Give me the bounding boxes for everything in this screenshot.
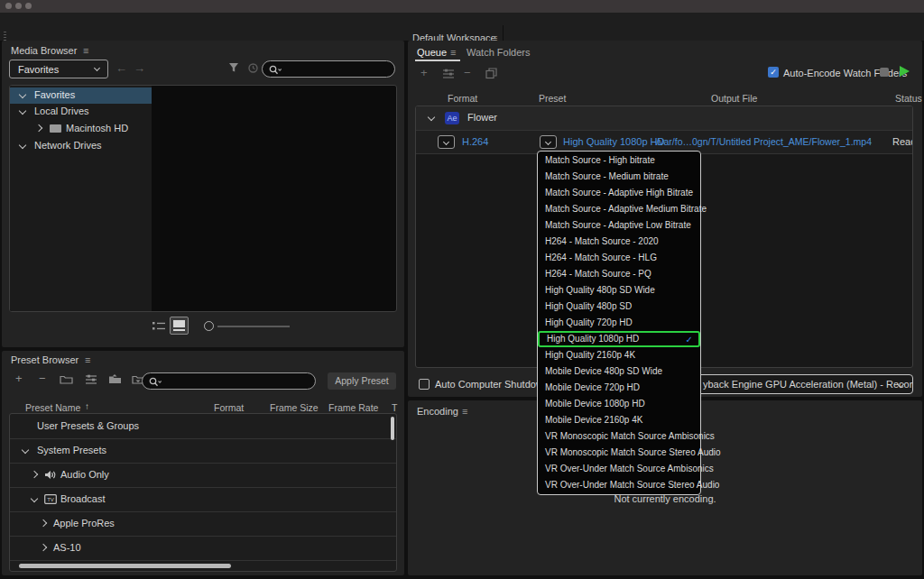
- chevron-right-icon[interactable]: [35, 124, 42, 132]
- horizontal-scrollbar[interactable]: [19, 564, 231, 568]
- start-queue-icon[interactable]: [900, 66, 910, 77]
- menu-item[interactable]: Match Source - Adaptive Medium Bitrate: [538, 201, 700, 217]
- vertical-scrollbar[interactable]: [391, 417, 394, 440]
- chevron-down-icon[interactable]: [31, 495, 38, 502]
- tree-item-local-drives[interactable]: Local Drives: [10, 104, 152, 120]
- menu-item[interactable]: H264 - Match Source - PQ: [538, 266, 700, 282]
- menu-item[interactable]: High Quality 480p SD: [538, 299, 700, 315]
- back-arrow-icon[interactable]: ←: [116, 61, 127, 75]
- import-preset-icon[interactable]: [108, 374, 122, 384]
- tree-item-label: Favorites: [34, 89, 75, 100]
- preset-link[interactable]: High Quality 1080p HD: [563, 136, 665, 147]
- menu-item-selected[interactable]: High Quality 1080p HD ✓: [538, 331, 700, 347]
- chevron-down-icon[interactable]: [19, 142, 26, 149]
- preset-settings-icon[interactable]: [85, 374, 97, 384]
- menu-item[interactable]: High Quality 720p HD: [538, 315, 700, 331]
- chevron-down-icon[interactable]: [19, 91, 26, 98]
- format-dropdown-button[interactable]: [438, 135, 455, 149]
- media-source-select[interactable]: Favorites: [9, 60, 108, 78]
- add-output-icon[interactable]: [442, 69, 455, 78]
- menu-item[interactable]: Match Source - Adaptive High Bitrate: [538, 185, 700, 201]
- media-encoder-window: Default Workspace ≡ Media Browser ≡ Favo…: [0, 0, 924, 579]
- filter-funnel-icon[interactable]: [228, 62, 239, 73]
- remove-source-icon[interactable]: −: [464, 66, 471, 79]
- menu-item[interactable]: High Quality 480p SD Wide: [538, 282, 700, 299]
- preset-dropdown-button[interactable]: [540, 135, 557, 149]
- sort-ascending-icon[interactable]: ↑: [85, 401, 89, 411]
- check-icon: ✓: [770, 68, 777, 77]
- menu-item[interactable]: VR Over-Under Match Source Ambisonics: [538, 461, 700, 477]
- tree-item-label: Network Drives: [34, 140, 102, 151]
- playback-engine-value: yback Engine GPU Acceleration (Metal) - …: [703, 379, 913, 390]
- auto-shutdown-checkbox[interactable]: [419, 379, 430, 390]
- preset-row-audio-only[interactable]: Audio Only: [10, 463, 397, 487]
- menu-item[interactable]: Mobile Device 1080p HD: [538, 396, 700, 412]
- media-browser-well: Favorites Local Drives Macintosh HD Netw…: [9, 85, 397, 312]
- queue-panel-menu-icon[interactable]: ≡: [450, 47, 456, 58]
- preset-search-input[interactable]: [142, 372, 316, 390]
- menu-item[interactable]: High Quality 2160p 4K: [538, 347, 700, 363]
- column-preset-name[interactable]: Preset Name: [25, 402, 80, 413]
- column-frame-size[interactable]: Frame Size: [270, 402, 319, 413]
- media-browser-panel-menu-icon[interactable]: ≡: [83, 45, 88, 56]
- preset-row-system-presets[interactable]: System Presets: [10, 438, 397, 463]
- preset-row-user-presets[interactable]: User Presets & Groups: [10, 414, 397, 438]
- queue-source-row[interactable]: Ae Flower: [416, 106, 913, 130]
- menu-item[interactable]: H264 - Match Source - HLG: [538, 250, 700, 266]
- preset-browser-panel-menu-icon[interactable]: ≡: [85, 354, 90, 365]
- tab-watch-folders[interactable]: Watch Folders: [467, 47, 531, 58]
- column-format[interactable]: Format: [214, 402, 244, 413]
- minimize-window-icon[interactable]: [15, 3, 22, 9]
- chevron-down-icon[interactable]: [22, 446, 29, 454]
- tree-item-macintosh-hd[interactable]: Macintosh HD: [10, 121, 152, 137]
- list-view-icon[interactable]: [152, 320, 166, 332]
- menu-item[interactable]: VR Monoscopic Match Source Stereo Audio: [538, 445, 700, 461]
- preset-row-apple-prores[interactable]: Apple ProRes: [10, 511, 397, 536]
- create-group-folder-icon[interactable]: [60, 374, 73, 384]
- duplicate-icon[interactable]: [485, 68, 497, 79]
- chevron-down-icon[interactable]: [19, 107, 26, 115]
- chevron-down-icon[interactable]: [428, 114, 435, 121]
- forward-arrow-icon[interactable]: →: [134, 61, 145, 75]
- create-preset-icon[interactable]: +: [15, 372, 23, 385]
- menu-item[interactable]: Match Source - Adaptive Low Bitrate: [538, 217, 700, 234]
- format-link[interactable]: H.264: [462, 136, 488, 147]
- menu-item[interactable]: Match Source - High bitrate: [538, 152, 700, 169]
- ingest-clock-icon[interactable]: [248, 63, 258, 73]
- media-search-input[interactable]: [262, 60, 395, 78]
- preset-row-broadcast[interactable]: TV Broadcast: [10, 487, 397, 511]
- chevron-right-icon[interactable]: [40, 519, 47, 527]
- zoom-slider-knob[interactable]: [204, 321, 214, 331]
- menu-item[interactable]: Mobile Device 480p SD Wide: [538, 363, 700, 380]
- menu-item[interactable]: H264 - Match Source - 2020: [538, 234, 700, 250]
- column-frame-rate[interactable]: Frame Rate: [328, 402, 378, 413]
- auto-encode-checkbox[interactable]: ✓: [768, 67, 779, 78]
- tree-item-network-drives[interactable]: Network Drives: [10, 138, 152, 154]
- menu-item[interactable]: Match Source - Medium bitrate: [538, 169, 700, 185]
- preset-row-as-10[interactable]: AS-10: [10, 536, 397, 560]
- menu-item[interactable]: Mobile Device 2160p 4K: [538, 412, 700, 428]
- output-file-link[interactable]: /var/fo…0gn/T/Untitled Project_AME/Flowe…: [656, 136, 872, 147]
- apply-preset-button[interactable]: Apply Preset: [328, 372, 396, 390]
- thumbnail-view-icon[interactable]: [170, 317, 189, 335]
- tv-broadcast-icon: TV: [44, 494, 57, 504]
- active-tab-underline: [415, 60, 460, 61]
- chevron-right-icon[interactable]: [40, 544, 47, 551]
- tree-item-label: Macintosh HD: [66, 123, 128, 133]
- close-window-icon[interactable]: [5, 3, 12, 9]
- zoom-slider-track[interactable]: [217, 326, 290, 327]
- tree-item-favorites[interactable]: Favorites: [10, 87, 152, 104]
- chevron-right-icon[interactable]: [31, 471, 38, 478]
- column-truncated[interactable]: T: [392, 402, 397, 413]
- delete-preset-icon[interactable]: −: [39, 372, 46, 385]
- search-icon: [149, 377, 162, 387]
- menu-item[interactable]: VR Monoscopic Match Source Ambisonics: [538, 428, 700, 445]
- add-source-icon[interactable]: +: [420, 66, 428, 79]
- tab-queue[interactable]: Queue: [417, 47, 447, 58]
- menu-item[interactable]: Mobile Device 720p HD: [538, 380, 700, 396]
- menu-item[interactable]: VR Over-Under Match Source Stereo Audio: [538, 477, 700, 493]
- preset-row-label: Apple ProRes: [53, 518, 115, 528]
- stop-queue-icon[interactable]: [880, 68, 889, 77]
- zoom-window-icon[interactable]: [25, 3, 32, 9]
- encoding-panel-menu-icon[interactable]: ≡: [462, 406, 467, 417]
